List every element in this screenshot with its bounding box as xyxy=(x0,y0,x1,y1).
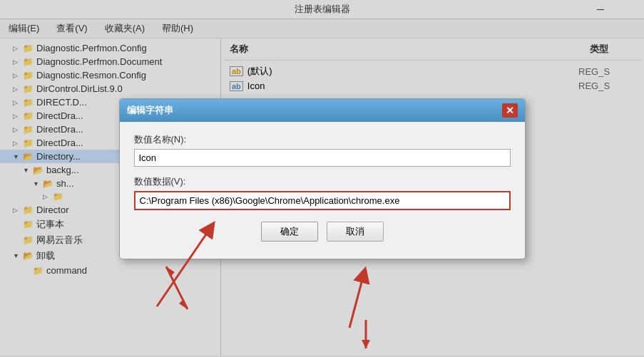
name-input[interactable] xyxy=(134,149,511,167)
dialog-title: 编辑字符串 xyxy=(127,104,173,117)
svg-marker-4 xyxy=(362,340,370,348)
svg-marker-2 xyxy=(166,267,175,276)
svg-marker-1 xyxy=(179,299,188,309)
dialog-close-button[interactable]: ✕ xyxy=(502,103,518,118)
edit-string-dialog: 编辑字符串 ✕ 数值名称(N): 数值数据(V): 确定 取消 xyxy=(119,98,526,259)
cancel-button[interactable]: 取消 xyxy=(327,222,384,242)
dialog-body: 数值名称(N): 数值数据(V): 确定 取消 xyxy=(120,122,525,247)
data-input[interactable] xyxy=(134,191,511,210)
ok-button[interactable]: 确定 xyxy=(261,222,318,242)
dialog-overlay: 编辑字符串 ✕ 数值名称(N): 数值数据(V): 确定 取消 xyxy=(0,0,644,357)
data-label: 数值数据(V): xyxy=(134,175,511,188)
dialog-buttons: 确定 取消 xyxy=(134,219,511,242)
svg-line-0 xyxy=(166,267,188,309)
svg-line-6 xyxy=(349,274,364,328)
name-label: 数值名称(N): xyxy=(134,133,511,146)
dialog-titlebar: 编辑字符串 ✕ xyxy=(120,99,525,122)
